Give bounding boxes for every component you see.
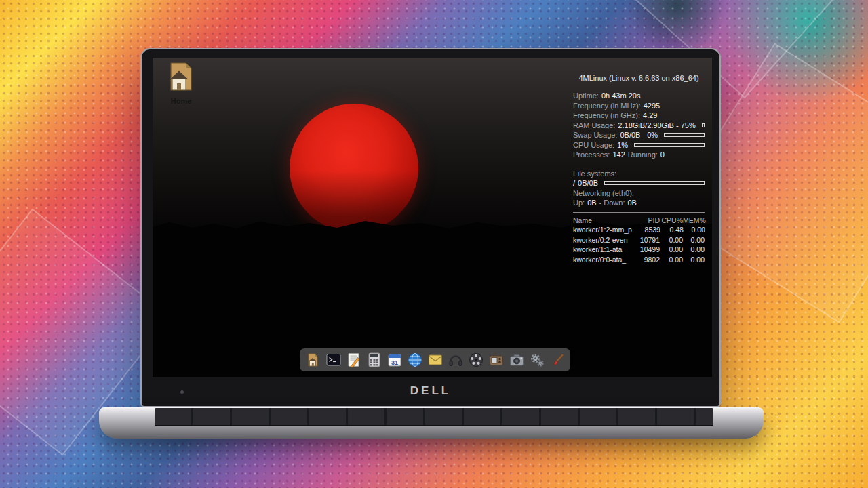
process-row: kworker/1:2-mm_p 8539 0.48 0.00 — [573, 225, 705, 235]
network-label: Networking (eth0): — [573, 189, 634, 197]
dock-icon-radio[interactable] — [487, 351, 505, 369]
dock-icon-video-player[interactable] — [467, 351, 485, 369]
dock-icon-calculator[interactable] — [365, 351, 383, 369]
swap-label: Swap Usage: — [573, 131, 617, 139]
fs-usage-bar — [604, 181, 705, 185]
svg-text:31: 31 — [391, 359, 397, 366]
ram-row: RAM Usage: 2.18GiB/2.90GiB - 75% — [573, 121, 705, 131]
pop-art-background: Home 4MLinux (Linux v. 6.6.63 on x86_64)… — [0, 0, 868, 488]
cpu-row: CPU Usage: 1% — [573, 140, 705, 150]
red-sun-wallpaper — [290, 104, 418, 232]
process-row: kworker/0:2-even 10791 0.00 0.00 — [573, 235, 705, 245]
up-label: Up: — [573, 199, 585, 207]
freq-ghz-row: Frequency (in GHz): 4.29 — [573, 110, 705, 121]
dock-icon-calendar[interactable]: 31 — [385, 351, 403, 369]
dock-icon-text-editor[interactable] — [344, 351, 363, 369]
freq-mhz-label: Frequency (in MHz): — [573, 102, 641, 110]
filesystems-label: File systems: — [573, 169, 616, 178]
fs-mount: / — [573, 179, 575, 187]
fs-root-row: / 0B/0B — [573, 178, 705, 188]
cpu-usage-bar — [634, 143, 705, 147]
system-monitor: 4MLinux (Linux v. 6.6.63 on x86_64) Upti… — [573, 74, 705, 264]
dock-icon-paint[interactable] — [548, 351, 566, 369]
ram-value: 2.18GiB/2.90GiB - 75% — [618, 121, 695, 129]
down-value: 0B — [628, 199, 637, 207]
process-row: kworker/1:1-ata_ 10499 0.00 0.00 — [573, 245, 705, 255]
laptop-keyboard — [155, 408, 713, 426]
dock-icon-camera[interactable] — [507, 351, 526, 369]
down-label: - Down: — [599, 199, 625, 207]
dock-icon-mail[interactable] — [426, 351, 444, 369]
processes-row: Processes: 142 Running: 0 — [573, 150, 705, 160]
dock-icon-terminal[interactable] — [324, 351, 342, 369]
ram-usage-bar — [702, 123, 705, 127]
network-row: Networking (eth0): — [573, 188, 705, 199]
cpu-label: CPU Usage: — [573, 141, 614, 149]
freq-mhz-value: 4295 — [644, 102, 660, 110]
dock-icon-audio-player[interactable] — [446, 351, 465, 369]
dell-logo: DELL — [140, 384, 721, 398]
desktop-icon-home[interactable]: Home — [162, 60, 200, 105]
filesystems-row: File systems: — [573, 169, 705, 179]
swap-row: Swap Usage: 0B/0B - 0% — [573, 130, 705, 140]
up-value: 0B — [587, 199, 596, 207]
processes-value: 142 — [612, 150, 625, 159]
freq-mhz-row: Frequency (in MHz): 4295 — [573, 101, 705, 111]
freq-ghz-value: 4.29 — [643, 111, 657, 119]
process-table: Name PID CPU% MEM% kworker/1:2-mm_p 8539… — [573, 216, 705, 265]
running-value: 0 — [660, 150, 665, 159]
freq-ghz-label: Frequency (in GHz): — [573, 111, 640, 119]
processes-label: Processes: — [573, 150, 610, 159]
updown-row: Up: 0B - Down: 0B — [573, 198, 705, 208]
sysmon-title: 4MLinux (Linux v. 6.6.63 on x86_64) — [573, 74, 705, 82]
uptime-label: Uptime: — [573, 92, 599, 100]
ram-label: RAM Usage: — [573, 121, 615, 129]
dock-icon-settings[interactable] — [528, 351, 546, 369]
uptime-value: 0h 43m 20s — [601, 92, 640, 100]
dock-icon-web-browser[interactable] — [406, 351, 424, 369]
process-row: kworker/0:0-ata_ 9802 0.00 0.00 — [573, 255, 705, 265]
fs-value: 0B/0B — [578, 179, 598, 187]
sysmon-divider — [573, 212, 705, 213]
running-label: Running: — [628, 150, 658, 159]
home-folder-icon — [164, 83, 198, 95]
process-table-header: Name PID CPU% MEM% — [573, 216, 705, 226]
swap-value: 0B/0B - 0% — [620, 131, 658, 139]
dock-icon-file-manager[interactable] — [304, 351, 322, 369]
uptime-row: Uptime: 0h 43m 20s — [573, 91, 705, 101]
swap-usage-bar — [664, 133, 705, 137]
cpu-value: 1% — [617, 141, 628, 149]
laptop-screen: Home 4MLinux (Linux v. 6.6.63 on x86_64)… — [153, 58, 712, 377]
home-icon-label: Home — [162, 97, 200, 105]
dock: 31 — [300, 348, 570, 371]
